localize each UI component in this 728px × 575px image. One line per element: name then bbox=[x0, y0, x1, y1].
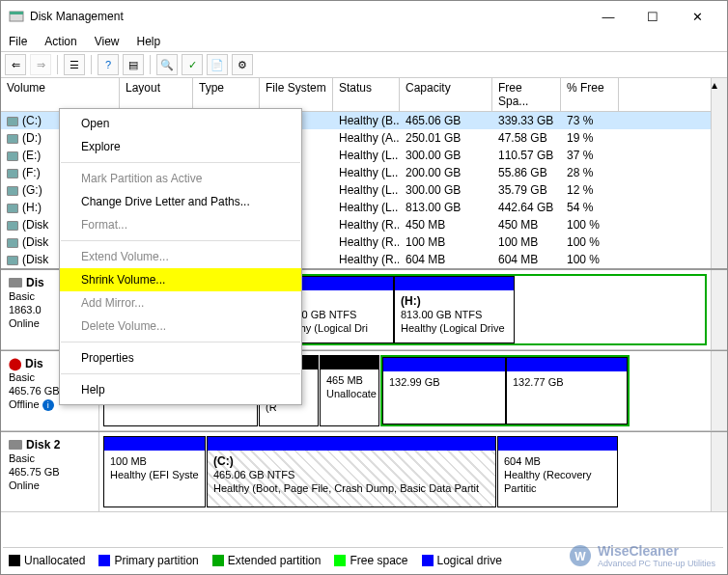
svg-rect-1 bbox=[10, 12, 23, 14]
partition[interactable]: (C:)465.06 GB NTFSHealthy (Boot, Page Fi… bbox=[207, 436, 496, 507]
minimize-button[interactable]: — bbox=[586, 2, 630, 31]
close-button[interactable]: ✕ bbox=[675, 2, 719, 31]
partition[interactable]: 100 MBHealthy (EFI Syste bbox=[103, 436, 206, 507]
help-button[interactable]: ? bbox=[98, 54, 119, 75]
col-pctfree[interactable]: % Free bbox=[561, 78, 619, 112]
back-button[interactable]: ⇐ bbox=[5, 54, 26, 75]
legend: UnallocatedPrimary partitionExtended par… bbox=[3, 547, 723, 572]
action-button[interactable]: ⚙ bbox=[232, 54, 253, 75]
context-menu-item: Format... bbox=[60, 213, 301, 236]
attach-button[interactable]: 📄 bbox=[207, 54, 228, 75]
col-freespace[interactable]: Free Spa... bbox=[492, 78, 561, 112]
legend-item: Extended partition bbox=[212, 554, 322, 567]
context-menu-item[interactable]: Explore bbox=[60, 135, 301, 158]
scrollbar[interactable] bbox=[711, 351, 727, 430]
menubar: File Action View Help bbox=[1, 32, 727, 51]
window-title: Disk Management bbox=[30, 10, 124, 23]
context-menu-item: Extend Volume... bbox=[60, 245, 301, 268]
app-icon bbox=[9, 9, 24, 24]
window-controls: — ☐ ✕ bbox=[586, 2, 719, 31]
view-button[interactable]: ☰ bbox=[64, 54, 85, 75]
scrollbar[interactable] bbox=[711, 432, 727, 511]
menu-view[interactable]: View bbox=[95, 35, 120, 48]
partition[interactable]: 465 MBUnallocate bbox=[320, 355, 379, 426]
legend-item: Primary partition bbox=[98, 554, 198, 567]
svg-text:W: W bbox=[574, 550, 586, 563]
partition[interactable]: 132.99 GB bbox=[382, 357, 506, 424]
context-menu-item[interactable]: Help bbox=[60, 378, 301, 401]
list-scrollbar[interactable]: ▴ bbox=[711, 78, 727, 112]
col-type[interactable]: Type bbox=[193, 78, 260, 112]
col-capacity[interactable]: Capacity bbox=[400, 78, 492, 112]
col-filesystem[interactable]: File System bbox=[260, 78, 333, 112]
partition[interactable]: 604 MBHealthy (Recovery Partitic bbox=[497, 436, 618, 507]
menu-help[interactable]: Help bbox=[137, 35, 161, 48]
legend-item: Logical drive bbox=[422, 554, 502, 567]
context-menu-item[interactable]: Properties bbox=[60, 346, 301, 370]
titlebar: Disk Management — ☐ ✕ bbox=[1, 1, 727, 32]
watermark: W WiseCleaner Advanced PC Tune-up Utilit… bbox=[569, 543, 715, 568]
col-layout[interactable]: Layout bbox=[120, 78, 193, 112]
context-menu-item[interactable]: Shrink Volume... bbox=[60, 268, 301, 291]
col-volume[interactable]: Volume bbox=[1, 78, 120, 112]
disk-row: Disk 2 Basic465.75 GB Online 100 MBHealt… bbox=[1, 431, 727, 512]
context-menu-item: Mark Partition as Active bbox=[60, 167, 301, 190]
column-headers: Volume Layout Type File System Status Ca… bbox=[1, 78, 727, 112]
context-menu: OpenExploreMark Partition as ActiveChang… bbox=[59, 108, 302, 405]
context-menu-item[interactable]: Open bbox=[60, 112, 301, 135]
list-button[interactable]: ▤ bbox=[123, 54, 144, 75]
partition[interactable]: 132.77 GB bbox=[506, 357, 628, 424]
menu-action[interactable]: Action bbox=[44, 35, 76, 48]
col-status[interactable]: Status bbox=[333, 78, 400, 112]
maximize-button[interactable]: ☐ bbox=[630, 2, 675, 31]
context-menu-item: Delete Volume... bbox=[60, 315, 301, 338]
legend-item: Unallocated bbox=[9, 554, 85, 567]
context-menu-item: Add Mirror... bbox=[60, 291, 301, 315]
query-button[interactable]: 🔍 bbox=[156, 54, 178, 75]
context-menu-item[interactable]: Change Drive Letter and Paths... bbox=[60, 190, 301, 213]
partition[interactable]: (H:)813.00 GB NTFSHealthy (Logical Drive bbox=[394, 276, 515, 343]
scrollbar[interactable] bbox=[711, 270, 727, 349]
forward-button[interactable]: ⇒ bbox=[30, 54, 51, 75]
check-button[interactable]: ✓ bbox=[182, 54, 203, 75]
toolbar: ⇐ ⇒ ☰ ? ▤ 🔍 ✓ 📄 ⚙ bbox=[1, 51, 727, 78]
menu-file[interactable]: File bbox=[9, 35, 27, 48]
legend-item: Free space bbox=[334, 554, 407, 567]
